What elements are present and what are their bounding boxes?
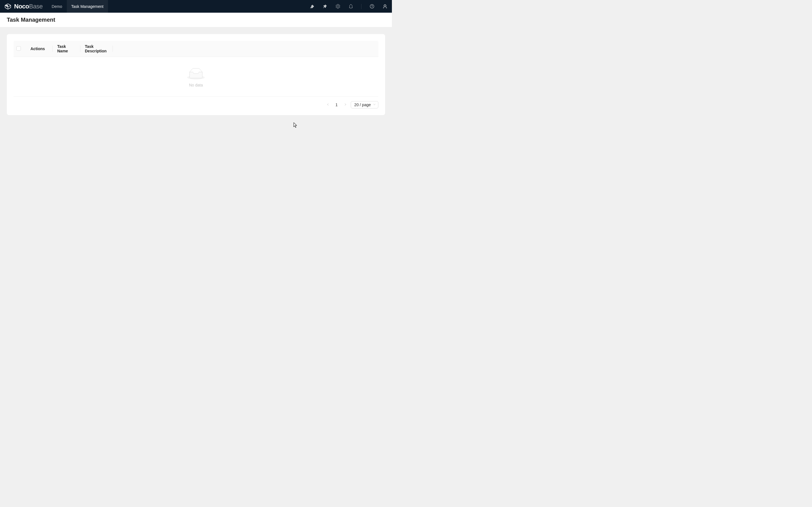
help-icon[interactable] (369, 4, 374, 9)
content-area: Actions Task Name Task Description No da… (0, 27, 392, 122)
chevron-down-icon (373, 103, 376, 107)
logo-icon (4, 4, 11, 9)
user-icon[interactable] (382, 4, 388, 9)
header-left: NocoBase Demo Task Management (4, 0, 108, 13)
page-header: Task Management (0, 13, 392, 27)
plugin-icon[interactable] (322, 4, 327, 9)
svg-point-0 (384, 5, 386, 6)
nav-item-demo[interactable]: Demo (47, 0, 66, 13)
logo-text: NocoBase (14, 3, 43, 10)
empty-text: No data (13, 83, 378, 87)
tasks-table: Actions Task Name Task Description (13, 41, 378, 57)
table-card: Actions Task Name Task Description No da… (7, 34, 385, 115)
page-title: Task Management (7, 17, 385, 23)
highlight-icon[interactable] (309, 4, 314, 9)
header-divider (361, 4, 361, 9)
select-all-header (13, 41, 26, 57)
select-all-checkbox[interactable] (16, 46, 21, 51)
table-header-row: Actions Task Name Task Description (13, 41, 378, 57)
pagination-prev[interactable] (325, 103, 331, 107)
column-task-name: Task Name (53, 41, 80, 57)
settings-icon[interactable] (335, 4, 340, 9)
column-spacer (113, 41, 378, 57)
app-header: NocoBase Demo Task Management (0, 0, 392, 13)
column-actions: Actions (26, 41, 53, 57)
empty-state: No data (13, 57, 378, 97)
pagination: 1 20 / page (13, 101, 378, 108)
empty-inbox-icon (187, 68, 205, 79)
mouse-cursor (294, 122, 297, 128)
main-nav: Demo Task Management (47, 0, 108, 13)
page-size-label: 20 / page (354, 103, 371, 107)
nav-item-task-management[interactable]: Task Management (67, 0, 108, 13)
header-right (309, 4, 388, 9)
pagination-current[interactable]: 1 (333, 103, 340, 107)
notification-icon[interactable] (348, 4, 353, 9)
page-size-select[interactable]: 20 / page (351, 101, 378, 108)
app-logo[interactable]: NocoBase (4, 3, 43, 10)
column-task-description: Task Description (80, 41, 113, 57)
pagination-next[interactable] (343, 103, 348, 107)
